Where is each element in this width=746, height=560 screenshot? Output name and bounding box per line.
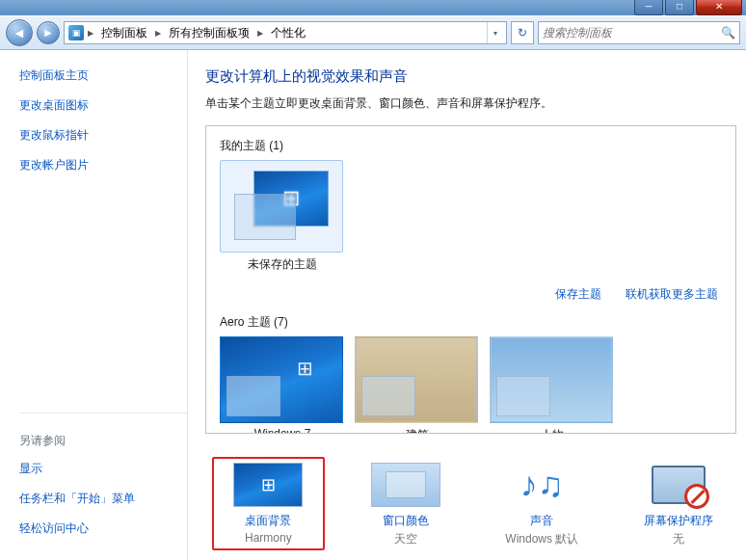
chevron-right-icon[interactable]: ▶ [86, 29, 95, 38]
theme-label: 人物 [490, 427, 615, 434]
see-also-heading: 另请参阅 [19, 433, 187, 449]
explorer-navbar: ◄ ► ▣ ▶ 控制面板 ▶ 所有控制面板项 ▶ 个性化 ▾ ↻ 🔍 [0, 15, 746, 50]
my-themes-label: 我的主题 (1) [220, 138, 722, 154]
address-bar[interactable]: ▣ ▶ 控制面板 ▶ 所有控制面板项 ▶ 个性化 ▾ [64, 21, 507, 44]
screensaver-icon [644, 463, 713, 507]
sidebar-link[interactable]: 更改鼠标指针 [19, 127, 187, 144]
sidebar: 控制面板主页 更改桌面图标 更改鼠标指针 更改帐户图片 另请参阅 显示 任务栏和… [0, 50, 188, 560]
theme-item-people[interactable]: 人物 [490, 336, 615, 434]
theme-label: Windows 7 [220, 427, 345, 434]
theme-item-unsaved[interactable]: 未保存的主题 [220, 160, 345, 273]
see-also-link[interactable]: 任务栏和「开始」菜单 [19, 491, 187, 507]
setting-title: 声音 [486, 513, 598, 529]
search-input[interactable] [543, 26, 717, 40]
theme-label: 建筑 [355, 427, 480, 434]
forward-button[interactable]: ► [37, 21, 60, 44]
setting-subtitle: 天空 [350, 531, 462, 547]
chevron-right-icon[interactable]: ▶ [153, 29, 163, 38]
search-box[interactable]: 🔍 [538, 21, 740, 44]
search-icon[interactable]: 🔍 [721, 26, 735, 40]
see-also-link[interactable]: 轻松访问中心 [19, 520, 187, 537]
setting-title: 窗口颜色 [350, 513, 462, 529]
address-dropdown[interactable]: ▾ [487, 22, 502, 43]
wallpaper-icon: ⊞ [233, 463, 303, 507]
screensaver-setting[interactable]: 屏幕保护程序 无 [623, 463, 734, 550]
setting-title: 桌面背景 [216, 513, 321, 529]
aero-themes-label: Aero 主题 (7) [220, 314, 722, 331]
sidebar-link[interactable]: 更改桌面图标 [19, 97, 187, 114]
window-titlebar: ─ □ ✕ [0, 0, 746, 15]
window-color-icon [371, 463, 440, 507]
chevron-right-icon[interactable]: ▶ [255, 29, 265, 38]
page-title: 更改计算机上的视觉效果和声音 [205, 67, 736, 86]
breadcrumb[interactable]: 所有控制面板项 [165, 25, 253, 41]
save-theme-link[interactable]: 保存主题 [555, 287, 601, 301]
themes-container: 我的主题 (1) 未保存的主题 保存主题 联机获取更多主题 Aero 主题 (7… [205, 125, 736, 434]
sidebar-link[interactable]: 更改帐户图片 [19, 157, 187, 173]
see-also-link[interactable]: 显示 [19, 461, 187, 477]
get-more-themes-link[interactable]: 联机获取更多主题 [626, 287, 718, 301]
close-button[interactable]: ✕ [696, 0, 742, 15]
sounds-setting[interactable]: ♪♫ 声音 Windows 默认 [486, 463, 598, 550]
setting-title: 屏幕保护程序 [623, 513, 734, 529]
control-panel-home-link[interactable]: 控制面板主页 [19, 67, 187, 84]
desktop-background-setting[interactable]: ⊞ 桌面背景 Harmony [212, 457, 325, 550]
breadcrumb[interactable]: 控制面板 [97, 25, 151, 41]
control-panel-icon: ▣ [68, 25, 84, 40]
sound-icon: ♪♫ [507, 463, 576, 507]
personalization-settings-row: ⊞ 桌面背景 Harmony 窗口颜色 天空 ♪♫ 声音 Windows 默认 … [210, 459, 736, 554]
page-description: 单击某个主题立即更改桌面背景、窗口颜色、声音和屏幕保护程序。 [205, 95, 736, 112]
theme-item-architecture[interactable]: 建筑 [355, 336, 480, 434]
setting-subtitle: Windows 默认 [486, 531, 598, 547]
setting-subtitle: 无 [623, 531, 734, 547]
refresh-button[interactable]: ↻ [511, 21, 534, 44]
setting-subtitle: Harmony [216, 531, 321, 545]
back-button[interactable]: ◄ [6, 19, 33, 46]
theme-window-icon [234, 194, 296, 240]
maximize-button[interactable]: □ [665, 0, 694, 15]
theme-item-windows7[interactable]: ⊞ Windows 7 [220, 336, 345, 434]
window-color-setting[interactable]: 窗口颜色 天空 [350, 463, 462, 550]
breadcrumb[interactable]: 个性化 [267, 25, 309, 41]
minimize-button[interactable]: ─ [634, 0, 663, 15]
theme-label: 未保存的主题 [220, 256, 345, 273]
